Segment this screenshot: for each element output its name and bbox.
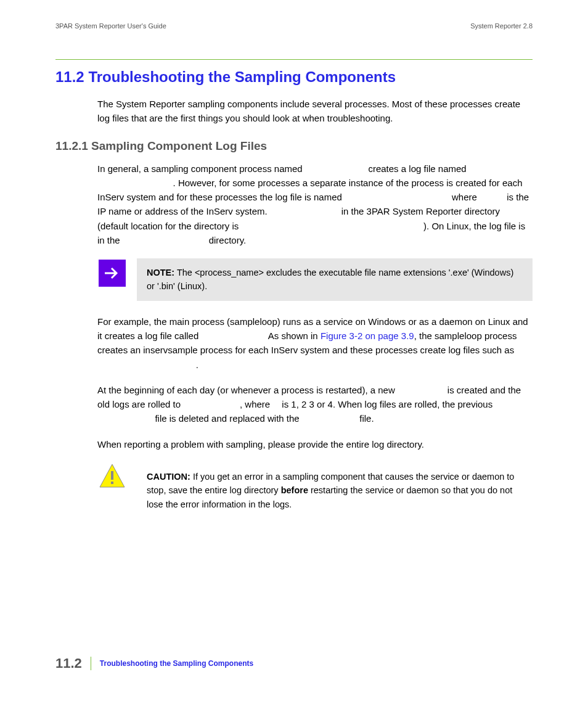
paragraph-4: When reporting a problem with sampling, … bbox=[55, 437, 533, 451]
footer-title: Troubleshooting the Sampling Components bbox=[100, 659, 253, 668]
paragraph-2: For example, the main process (sampleloo… bbox=[55, 314, 533, 372]
section-intro: The System Reporter sampling components … bbox=[55, 97, 533, 126]
svg-rect-2 bbox=[111, 482, 113, 484]
header-left: 3PAR System Reporter User's Guide bbox=[55, 22, 166, 30]
arrow-right-icon bbox=[99, 260, 126, 287]
section-rule bbox=[55, 59, 533, 60]
paragraph-1: In general, a sampling component process… bbox=[55, 162, 533, 248]
page-header: 3PAR System Reporter User's Guide System… bbox=[55, 22, 533, 30]
page-footer: 11.2 Troubleshooting the Sampling Compon… bbox=[55, 655, 253, 671]
note-label: NOTE: bbox=[147, 268, 174, 277]
header-right: System Reporter 2.8 bbox=[470, 22, 533, 30]
caution-label: CAUTION: bbox=[147, 472, 190, 482]
figure-link[interactable]: Figure 3-2 on page 3.9 bbox=[321, 330, 414, 341]
section-heading: 11.2 Troubleshooting the Sampling Compon… bbox=[55, 68, 533, 86]
note-icon-box bbox=[97, 258, 127, 288]
subsection-heading: 11.2.1 Sampling Component Log Files bbox=[55, 139, 533, 153]
caution-callout: CAUTION: If you get an error in a sampli… bbox=[97, 462, 533, 519]
page-number: 11.2 bbox=[55, 655, 82, 671]
note-text: The <process_name> excludes the executab… bbox=[147, 268, 513, 291]
svg-rect-1 bbox=[111, 471, 113, 480]
caution-body: CAUTION: If you get an error in a sampli… bbox=[137, 462, 533, 519]
paragraph-3: At the beginning of each day (or wheneve… bbox=[55, 383, 533, 426]
note-body: NOTE: The <process_name> excludes the ex… bbox=[137, 258, 533, 301]
note-callout: NOTE: The <process_name> excludes the ex… bbox=[97, 258, 533, 301]
footer-divider bbox=[91, 657, 91, 670]
caution-icon-box bbox=[97, 462, 127, 492]
warning-icon bbox=[99, 462, 126, 492]
